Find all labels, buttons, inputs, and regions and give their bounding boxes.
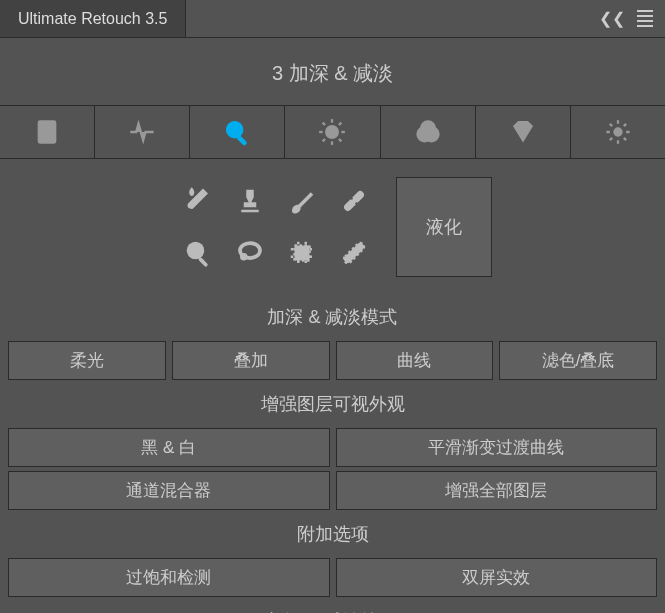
svg-line-14 [339,123,341,125]
svg-point-19 [614,129,621,136]
tool-patch[interactable] [330,229,378,277]
tab-channels[interactable] [381,106,476,158]
pulse-icon [128,118,156,146]
svg-line-11 [323,123,325,125]
titlebar: Ultimate Retouch 3.5 ❮❮ [0,0,665,38]
svg-line-12 [339,139,341,141]
svg-rect-21 [342,190,365,213]
extra-oversaturation[interactable]: 过饱和检测 [8,558,330,597]
svg-point-27 [240,253,248,261]
menu-icon [637,10,653,27]
main-tabs [0,105,665,159]
svg-point-17 [421,122,435,136]
brush-drop-icon [183,186,213,216]
mode-screen-multiply[interactable]: 滤色/叠底 [499,341,657,380]
diamond-icon [509,118,537,146]
mode-label: 加深 & 减淡模式 [0,295,665,339]
tool-magnify[interactable] [174,229,222,277]
tab-brightness[interactable] [285,106,380,158]
svg-point-4 [227,122,243,138]
menu-button[interactable] [637,10,653,27]
tool-stamp[interactable] [226,177,274,225]
collapse-button[interactable]: ❮❮ [599,9,625,28]
tab-document[interactable] [0,106,95,158]
liquify-label: 液化 [426,215,462,239]
mode-soft-light[interactable]: 柔光 [8,341,166,380]
gear-icon [604,118,632,146]
practice-label: 加深 & 减淡练习 [0,599,665,613]
brightness-icon [318,118,346,146]
enhance-smooth-gradient[interactable]: 平滑渐变过渡曲线 [336,428,658,467]
brush-icon [287,186,317,216]
tool-brush[interactable] [278,177,326,225]
tool-lasso[interactable] [226,229,274,277]
bandage-icon [339,186,369,216]
svg-point-23 [355,202,358,205]
section-title: 3 加深 & 减淡 [0,38,665,105]
magnify-icon [183,238,213,268]
mode-overlay[interactable]: 叠加 [172,341,330,380]
stamp-icon [235,186,265,216]
chip-icon [287,238,317,268]
extra-label: 附加选项 [0,512,665,556]
patch-icon [339,238,369,268]
tool-chip[interactable] [278,229,326,277]
extra-dual-screen[interactable]: 双屏实效 [336,558,658,597]
enhance-bw[interactable]: 黑 & 白 [8,428,330,467]
tab-search[interactable] [190,106,285,158]
svg-point-24 [186,242,204,260]
document-icon [33,118,61,146]
svg-point-22 [350,197,353,200]
lasso-icon [235,238,265,268]
tool-bandage[interactable] [330,177,378,225]
svg-rect-5 [237,136,247,146]
svg-marker-18 [513,122,532,142]
enhance-all-layers[interactable]: 增强全部图层 [336,471,658,510]
app-title-tab[interactable]: Ultimate Retouch 3.5 [0,0,186,37]
venn-icon [414,118,442,146]
svg-rect-20 [241,210,259,213]
tool-brush-drop[interactable] [174,177,222,225]
app-title: Ultimate Retouch 3.5 [18,10,167,28]
svg-rect-25 [197,257,208,268]
svg-line-13 [323,139,325,141]
tab-pulse[interactable] [95,106,190,158]
liquify-button[interactable]: 液化 [396,177,492,277]
enhance-label: 增强图层可视外观 [0,382,665,426]
mode-curves[interactable]: 曲线 [336,341,494,380]
magnifier-icon [223,118,251,146]
tab-diamond[interactable] [476,106,571,158]
enhance-channel-mixer[interactable]: 通道混合器 [8,471,330,510]
tool-area: 液化 [0,159,665,295]
svg-rect-28 [294,246,309,261]
tab-settings[interactable] [571,106,665,158]
svg-rect-37 [342,242,365,265]
